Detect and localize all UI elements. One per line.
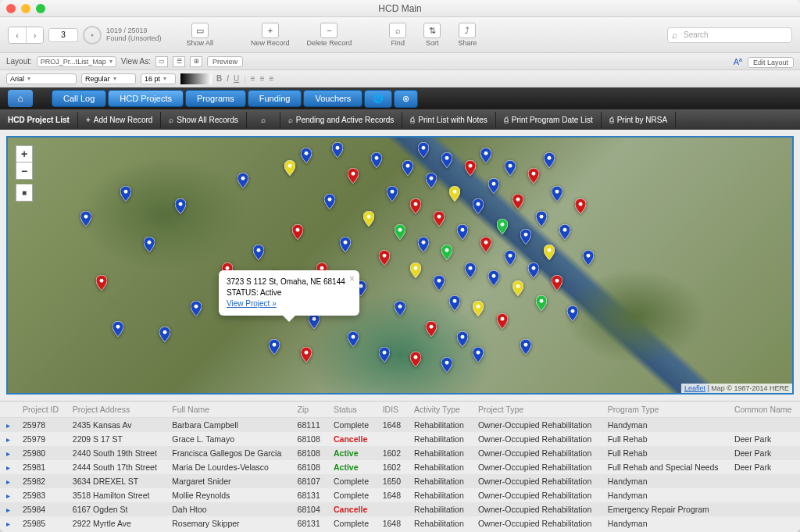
print-nrsa-button[interactable]: ⎙Print by NRSA	[602, 112, 676, 128]
map-pin[interactable]	[544, 245, 555, 260]
map-pin[interactable]	[434, 275, 445, 291]
map-pin[interactable]	[348, 168, 359, 184]
map-pin[interactable]	[238, 173, 248, 188]
map-pin[interactable]	[395, 224, 405, 240]
map-pin[interactable]	[465, 262, 476, 278]
preview-button[interactable]: Preview	[207, 56, 243, 67]
map-pin[interactable]	[480, 237, 491, 252]
map-pin[interactable]	[536, 211, 547, 227]
map-pin[interactable]	[395, 301, 405, 316]
popup-view-link[interactable]: View Project »	[227, 299, 277, 308]
map-pin[interactable]	[112, 321, 123, 337]
column-header[interactable]	[0, 402, 16, 418]
map-pin[interactable]	[80, 211, 91, 227]
column-header[interactable]: IDIS	[377, 402, 408, 418]
map-pin[interactable]	[292, 224, 303, 240]
tab-call-log[interactable]: Call Log	[52, 90, 106, 107]
add-new-record-button[interactable]: +Add New Record	[78, 112, 161, 128]
show-all-button[interactable]: ▭Show All	[180, 21, 220, 48]
map-pin[interactable]	[324, 194, 335, 209]
map-pin[interactable]	[512, 280, 523, 296]
map-pin[interactable]	[348, 331, 359, 347]
map-pin[interactable]	[559, 224, 570, 240]
color-swatch[interactable]	[180, 73, 212, 84]
column-header[interactable]: Project Address	[66, 402, 166, 418]
table-row[interactable]: ▸259823634 DREXEL STMargaret Snider68107…	[0, 474, 800, 488]
map-pin[interactable]	[426, 173, 437, 188]
column-header[interactable]: Project ID	[16, 402, 66, 418]
map-pin[interactable]	[284, 160, 295, 176]
edit-layout-button[interactable]: Edit Layout	[748, 57, 794, 68]
map-pin[interactable]	[567, 305, 578, 321]
search-input[interactable]: Search	[667, 27, 792, 43]
map-pin[interactable]	[457, 224, 468, 240]
close-window-button[interactable]	[6, 4, 16, 13]
pending-active-button[interactable]: ⌕Pending and Active Records	[280, 112, 403, 128]
map-pin[interactable]	[465, 160, 476, 176]
tab-close-icon[interactable]: ⊗	[394, 90, 418, 108]
map-pin[interactable]	[402, 160, 413, 176]
map-pin[interactable]	[441, 357, 452, 373]
map-pin[interactable]	[457, 331, 468, 347]
find-button[interactable]: ⌕Find	[383, 21, 412, 48]
map-pin[interactable]	[371, 152, 382, 168]
map-pin[interactable]	[528, 262, 539, 278]
map-pin[interactable]	[363, 211, 374, 227]
map-pin[interactable]	[418, 142, 429, 158]
font-dropdown[interactable]: Arial	[6, 73, 77, 84]
zoom-out-button[interactable]: −	[16, 162, 33, 180]
map-pin[interactable]	[497, 219, 508, 234]
align-left-button[interactable]: ≡	[251, 74, 255, 83]
align-right-button[interactable]: ≡	[270, 74, 274, 83]
minimize-window-button[interactable]	[21, 4, 30, 13]
map-pin[interactable]	[544, 152, 555, 168]
map-pin[interactable]	[552, 275, 562, 291]
map-pin[interactable]	[473, 198, 484, 214]
map-pin[interactable]	[426, 321, 437, 337]
home-button[interactable]: ⌂	[8, 90, 33, 107]
table-row[interactable]: ▸259833518 Hamilton StreetMollie Reynold…	[0, 488, 800, 502]
column-header[interactable]: Zip	[291, 402, 327, 418]
align-center-button[interactable]: ≡	[260, 74, 265, 83]
map[interactable]: + − ■ × 3723 S 112 St, Omaha, NE 68144 S…	[6, 136, 794, 395]
map-pin[interactable]	[96, 275, 107, 291]
table-row[interactable]: ▸259792209 S 17 STGrace L. Tamayo68108Ca…	[0, 432, 800, 446]
column-header[interactable]: Common Name	[728, 402, 800, 418]
sort-button[interactable]: ⇅Sort	[417, 21, 447, 48]
map-pin[interactable]	[301, 347, 312, 362]
map-pin[interactable]	[269, 339, 280, 355]
map-pin[interactable]	[175, 198, 186, 214]
record-number-field[interactable]: 3	[48, 28, 78, 42]
leaflet-link[interactable]: Leaflet	[684, 384, 705, 392]
view-list-button[interactable]: ☰	[173, 56, 185, 67]
search-action-button[interactable]: ⌕	[247, 112, 280, 128]
map-pin[interactable]	[480, 148, 491, 163]
tab-globe-icon[interactable]: 🌐	[364, 90, 392, 108]
map-stop-button[interactable]: ■	[16, 184, 33, 202]
print-notes-button[interactable]: ⎙Print List with Notes	[402, 112, 495, 128]
map-pin[interactable]	[441, 152, 452, 168]
map-pin[interactable]	[505, 160, 516, 176]
column-header[interactable]: Activity Type	[408, 402, 472, 418]
show-all-records-button[interactable]: ⌕Show All Records	[161, 112, 246, 128]
map-pin[interactable]	[309, 313, 320, 329]
tab-hcd-projects[interactable]: HCD Projects	[108, 90, 184, 107]
map-pin[interactable]	[387, 186, 398, 202]
aa-icon[interactable]: Aª	[734, 57, 742, 66]
map-pin[interactable]	[340, 237, 351, 252]
map-pin[interactable]	[497, 313, 508, 329]
map-pin[interactable]	[159, 327, 170, 342]
map-pin[interactable]	[536, 295, 547, 311]
new-record-button[interactable]: +New Record	[245, 21, 296, 48]
column-header[interactable]: Project Type	[472, 402, 602, 418]
view-form-button[interactable]: ▭	[155, 56, 168, 67]
map-pin[interactable]	[552, 186, 562, 202]
style-dropdown[interactable]: Regular	[81, 73, 136, 84]
project-table-container[interactable]: Project IDProject AddressFull NameZipSta…	[0, 401, 800, 532]
delete-record-button[interactable]: −Delete Record	[301, 21, 359, 48]
map-pin[interactable]	[449, 186, 460, 202]
column-header[interactable]: Full Name	[166, 402, 291, 418]
size-dropdown[interactable]: 16 pt	[141, 73, 176, 84]
underline-button[interactable]: U	[234, 74, 239, 83]
map-pin[interactable]	[434, 211, 445, 227]
